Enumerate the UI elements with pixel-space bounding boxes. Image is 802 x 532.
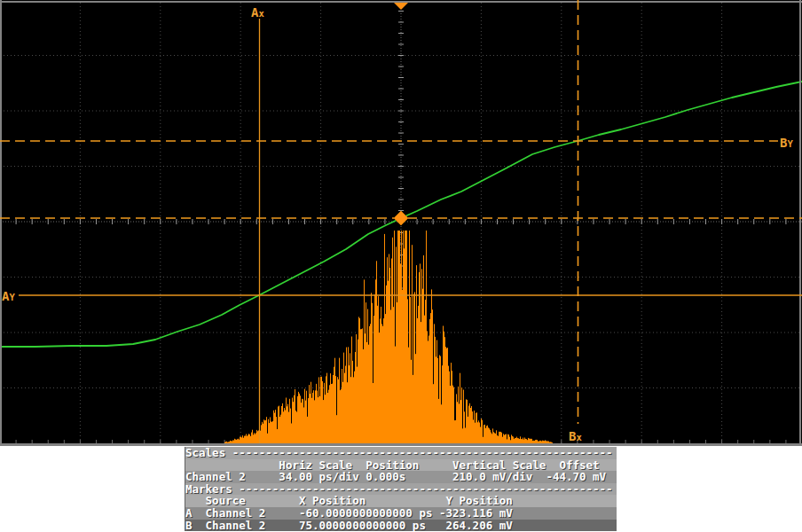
time-histogram xyxy=(225,231,553,443)
waveform-display: AxAYBxBY xyxy=(0,0,802,446)
marker-a-row[interactable]: A Channel 2 -60.0000000000000 ps -323.11… xyxy=(185,507,617,520)
measurement-readout-panel: Scales ---------------------------------… xyxy=(185,447,617,531)
marker-by-label: BY xyxy=(780,136,793,150)
markers-column-headers: Source X Position Y Position xyxy=(185,495,617,507)
markers-section-header: Markers --------------------------------… xyxy=(185,483,617,496)
grid-border-left xyxy=(0,0,2,446)
grid-border-right xyxy=(799,0,801,446)
trace-diamond-marker-icon[interactable] xyxy=(394,211,408,225)
channel-2-scales-row[interactable]: Channel 2 34.00 ps/div 0.000s 210.0 mV/d… xyxy=(185,471,617,483)
marker-ax-label: Ax xyxy=(251,5,264,20)
scales-section-header: Scales ---------------------------------… xyxy=(185,447,617,459)
grid-border-bottom xyxy=(0,443,802,446)
marker-b-row[interactable]: B Channel 2 75.0000000000000 ps 264.206 … xyxy=(185,520,617,532)
time-reference-triangle-icon[interactable] xyxy=(394,3,408,10)
marker-ay-label: AY xyxy=(2,289,15,303)
graticule-canvas: AxAYBxBY xyxy=(0,0,802,446)
scales-column-headers: Horiz Scale Position Vertical Scale Offs… xyxy=(185,459,617,472)
oscilloscope-screen: AxAYBxBY Scales ------------------------… xyxy=(0,0,802,532)
marker-bx-label: Bx xyxy=(569,429,582,443)
